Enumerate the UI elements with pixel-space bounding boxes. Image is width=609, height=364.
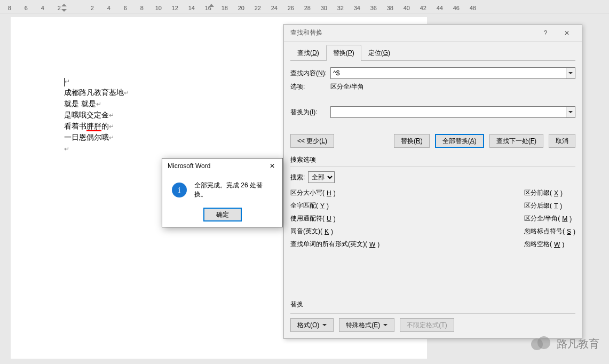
message-box: Microsoft Word ✕ i 全部完成。完成 26 处替换。 确定 (162, 158, 283, 227)
tab-goto[interactable]: 定位(G) (361, 45, 397, 61)
find-dropdown[interactable] (566, 67, 575, 79)
options-label: 选项: (290, 82, 330, 91)
find-next-button[interactable]: 查找下一处(F) (489, 134, 543, 148)
indent-marker-right[interactable] (209, 4, 214, 7)
search-label: 搜索: (290, 173, 305, 182)
search-direction-select[interactable]: 全部 (308, 171, 335, 183)
check-ignore-punct[interactable]: 忽略标点符号(S) (524, 227, 575, 236)
msgbox-ok-button[interactable]: 确定 (203, 208, 242, 221)
msgbox-titlebar[interactable]: Microsoft Word ✕ (162, 159, 282, 173)
check-sounds-like[interactable]: 同音(英文)(K) (290, 227, 379, 236)
no-format-button: 不限定格式(T) (400, 318, 454, 332)
replace-input[interactable] (330, 106, 566, 118)
less-button[interactable]: << 更少(L) (290, 134, 334, 148)
msgbox-message: 全部完成。完成 26 处替换。 (194, 181, 275, 199)
search-options-label: 搜索选项 (290, 155, 575, 164)
dialog-titlebar[interactable]: 查找和替换 ? ✕ (284, 25, 582, 42)
doc-line: 是哦哦交定金 (64, 110, 109, 119)
check-wildcard[interactable]: 使用通配符(U) (290, 214, 379, 223)
find-label: 查找内容(N): (290, 69, 330, 78)
check-suffix[interactable]: 区分后缀(T) (524, 201, 575, 210)
help-button[interactable]: ? (535, 26, 556, 41)
tab-replace[interactable]: 替换(P) (326, 45, 361, 61)
format-button[interactable]: 格式(O) (290, 318, 334, 332)
ruler: 8642246810121416182022242628303234363840… (0, 3, 609, 13)
find-input[interactable] (330, 67, 566, 79)
check-match-case[interactable]: 区分大小写(H) (290, 188, 379, 197)
doc-line: 就是 就是 (64, 99, 96, 108)
replace-button[interactable]: 替换(R) (394, 134, 430, 148)
special-format-button[interactable]: 特殊格式(E) (339, 318, 394, 332)
replace-all-button[interactable]: 全部替换(A) (435, 134, 484, 148)
tab-find[interactable]: 查找(D) (290, 45, 326, 61)
watermark: 路凡教育 (531, 336, 599, 351)
check-full-half[interactable]: 区分全/半角(M) (524, 214, 575, 223)
dialog-tabs: 查找(D) 替换(P) 定位(G) (284, 42, 582, 61)
info-icon: i (172, 183, 187, 197)
close-button[interactable]: ✕ (556, 26, 578, 41)
check-all-forms[interactable]: 查找单词的所有形式(英文)(W) (290, 240, 379, 249)
msgbox-title-text: Microsoft Word (168, 162, 210, 170)
replace-section-label: 替换 (290, 300, 575, 309)
replace-dropdown[interactable] (566, 106, 575, 118)
replace-label: 替换为(I): (290, 108, 330, 117)
indent-marker-left[interactable] (61, 3, 67, 8)
cancel-button[interactable]: 取消 (549, 134, 575, 148)
doc-line: 看着书胖胖的 (64, 122, 109, 131)
doc-line: 一日恩偶尔哦 (64, 133, 109, 141)
find-replace-dialog: 查找和替换 ? ✕ 查找(D) 替换(P) 定位(G) 查找内容(N): 选项:… (283, 24, 582, 339)
check-whole-word[interactable]: 全字匹配(Y) (290, 201, 379, 210)
options-value: 区分全/半角 (330, 82, 364, 91)
msgbox-close-button[interactable]: ✕ (264, 160, 280, 172)
doc-line: 成都路凡教育基地 (64, 88, 124, 97)
dialog-title-text: 查找和替换 (290, 28, 322, 37)
check-prefix[interactable]: 区分前缀(X) (524, 188, 575, 197)
check-ignore-space[interactable]: 忽略空格(W) (524, 240, 575, 249)
